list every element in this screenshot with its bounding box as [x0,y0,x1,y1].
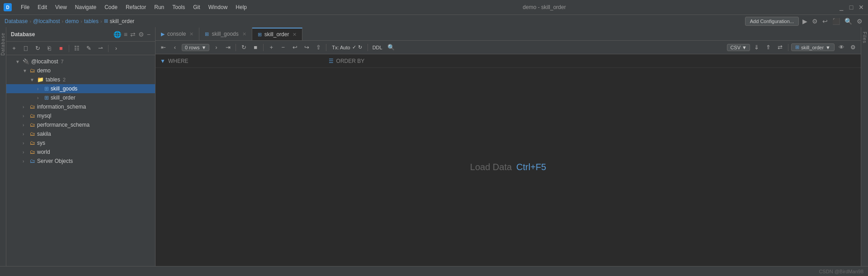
tab-skill-order[interactable]: ⊞ skill_order ✕ [252,28,303,40]
chevron-down-icon-demo: ▼ [23,68,28,73]
menu-refactor[interactable]: Refactor [122,2,150,12]
chevron-right-icon-sys: › [23,141,28,146]
edit-button[interactable]: ✎ [84,43,94,53]
next-row-button[interactable]: › [211,43,221,52]
tree-item-tables[interactable]: ▼ 📁 tables 2 [6,75,155,84]
stop-icon[interactable]: ⬛ [831,17,841,26]
grid-view-button[interactable]: ☷ [72,43,82,53]
refresh-button[interactable]: ↻ [33,43,42,53]
tab-skill-order-close[interactable]: ✕ [292,32,297,38]
upload-button[interactable]: ⇑ [764,43,774,52]
menu-run[interactable]: Run [151,2,168,12]
tree-item-sakila[interactable]: › 🗂 sakila [6,129,155,138]
close-button[interactable]: ✕ [858,4,864,10]
config-button[interactable]: ⚙ [848,43,858,52]
jump-button[interactable]: ⇀ [95,43,105,53]
db-icon-sys: 🗂 [30,140,35,146]
run-icon[interactable]: ▶ [802,17,808,26]
menu-file[interactable]: File [17,2,33,12]
db-icon-sakila: 🗂 [30,131,35,137]
breadcrumb-tables[interactable]: tables [84,18,99,24]
prev-row-button[interactable]: ‹ [170,43,180,52]
settings-panel-icon[interactable]: ⚙ [138,31,144,38]
collapse-icon[interactable]: ≡ [124,31,127,38]
add-configuration-button[interactable]: Add Configuration... [745,17,799,26]
add-button[interactable]: + [9,43,19,53]
reload-button[interactable]: ↻ [239,43,249,52]
table-name-dropdown[interactable]: ⊞ skill_order ▼ [791,43,835,51]
files-strip-label: Files [862,32,867,43]
tree-item-information-schema[interactable]: › 🗂 information_schema [6,102,155,111]
menu-help[interactable]: Help [232,2,250,12]
database-icon[interactable]: ⚙ [811,17,819,26]
search-query-icon[interactable]: 🔍 [386,43,396,52]
menu-code[interactable]: Code [101,2,121,12]
csv-dropdown[interactable]: CSV ▼ [727,44,750,51]
load-data-label: Load Data [470,162,512,172]
settings-icon[interactable]: ⚙ [856,17,863,26]
maximize-button[interactable]: □ [848,4,854,10]
copy-button[interactable]: ⎕ [21,43,31,53]
console-icon: ▶ [161,31,165,37]
chevron-right-icon-mysql: › [23,114,28,119]
menu-navigate[interactable]: Navigate [71,2,100,12]
table-name-label: skill_order [801,45,824,50]
filter-row: ▼ WHERE ☰ ORDER BY [156,54,861,68]
tree-item-perf-schema[interactable]: › 🗂 performance_schema [6,120,155,129]
breadcrumb-demo[interactable]: demo [65,18,79,24]
redo-button[interactable]: ↪ [302,43,311,52]
first-row-button[interactable]: ⇤ [158,43,168,52]
tab-console-close[interactable]: ✕ [189,31,193,37]
chevron-right-icon-info: › [23,105,28,109]
undo-button[interactable]: ↩ [290,43,300,52]
last-row-button[interactable]: ⇥ [223,43,233,52]
transpose-button[interactable]: ⇄ [775,43,785,52]
tx-badge[interactable]: Tx: Auto ✓ ↻ [329,44,364,51]
search-icon[interactable]: 🔍 [844,17,853,26]
download-button[interactable]: ⇓ [752,43,762,52]
tree-item-skill-goods[interactable]: › ⊞ skill_goods [6,84,155,93]
chevron-right-icon-server-objects: › [23,159,28,164]
more-button[interactable]: › [111,43,121,53]
restore-icon[interactable]: ↩ [821,17,829,26]
minimize-button[interactable]: ⎯ [838,4,844,10]
globe-icon[interactable]: 🌐 [113,31,121,38]
tree-item-world[interactable]: › 🗂 world [6,148,155,157]
expand-all-icon[interactable]: ⇄ [130,31,136,38]
stop-query-button[interactable]: ■ [250,43,260,52]
tab-console[interactable]: ▶ console ✕ [156,28,199,40]
order-by-filter[interactable]: ☰ ORDER BY [329,58,365,64]
menu-view[interactable]: View [52,2,71,12]
move-up-button[interactable]: ⇧ [313,43,323,52]
tab-skill-goods-close[interactable]: ✕ [242,31,246,37]
tree-label-server-objects: Server Objects [37,158,73,164]
menu-tools[interactable]: Tools [169,2,189,12]
tree-item-server-objects[interactable]: › 🗂 Server Objects [6,157,155,166]
tree-item-mysql[interactable]: › 🗂 mysql [6,111,155,120]
filter-button[interactable]: ⎗ [44,43,54,53]
chevron-right-icon-skill-order: › [37,95,42,100]
panel-title: Database [11,31,35,38]
tree-item-sys[interactable]: › 🗂 sys [6,138,155,148]
add-row-button[interactable]: + [266,43,276,52]
breadcrumb-current: ⊞ skill_order [104,18,135,24]
chevron-right-icon-perf: › [23,123,28,128]
menu-git[interactable]: Git [189,2,203,12]
tree-item-skill-order[interactable]: › ⊞ skill_order [6,93,155,102]
tab-skill-goods[interactable]: ⊞ skill_goods ✕ [199,28,252,40]
tree-item-demo[interactable]: ▼ 🗂 demo [6,66,155,75]
where-filter[interactable]: ▼ WHERE [160,58,189,64]
breadcrumb-localhost[interactable]: @localhost [33,18,60,24]
eye-button[interactable]: 👁 [836,43,846,52]
stop-db-button[interactable]: ■ [56,43,66,53]
minus-icon[interactable]: − [147,31,151,38]
breadcrumb-database[interactable]: Database [5,18,28,24]
rows-badge[interactable]: 0 rows ▼ [182,44,209,51]
remove-row-button[interactable]: − [278,43,288,52]
ddl-button[interactable]: DDL [371,43,384,52]
menu-edit[interactable]: Edit [34,2,51,12]
tree-item-localhost[interactable]: ▼ 🔌 @localhost 7 [6,57,155,66]
breadcrumb-current-label: skill_order [110,18,135,24]
menu-window[interactable]: Window [205,2,231,12]
server-icon-objects: 🗂 [30,158,35,164]
